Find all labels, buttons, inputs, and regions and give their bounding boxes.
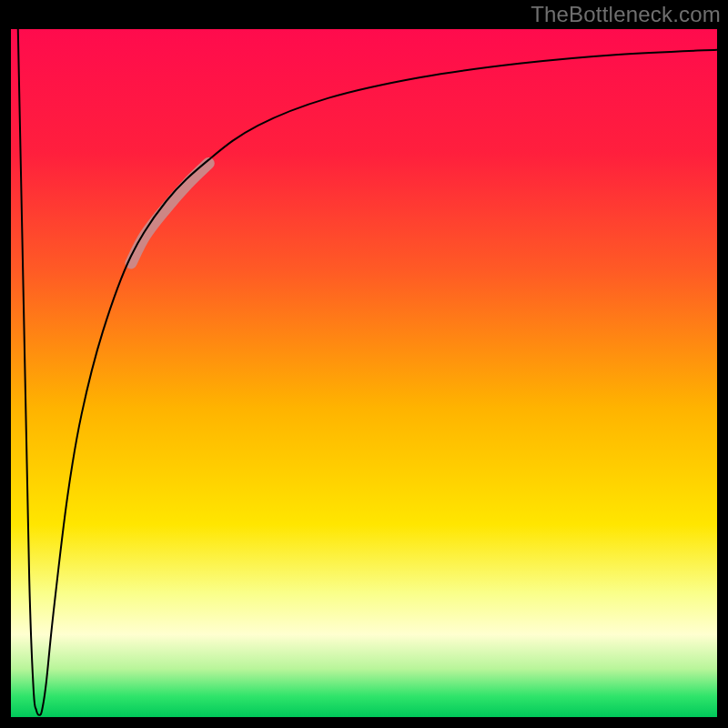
gradient-background (11, 29, 717, 717)
chart-container: TheBottleneck.com (0, 0, 728, 728)
chart-svg (11, 29, 717, 717)
watermark-text: TheBottleneck.com (531, 2, 721, 27)
plot-frame (11, 29, 717, 717)
